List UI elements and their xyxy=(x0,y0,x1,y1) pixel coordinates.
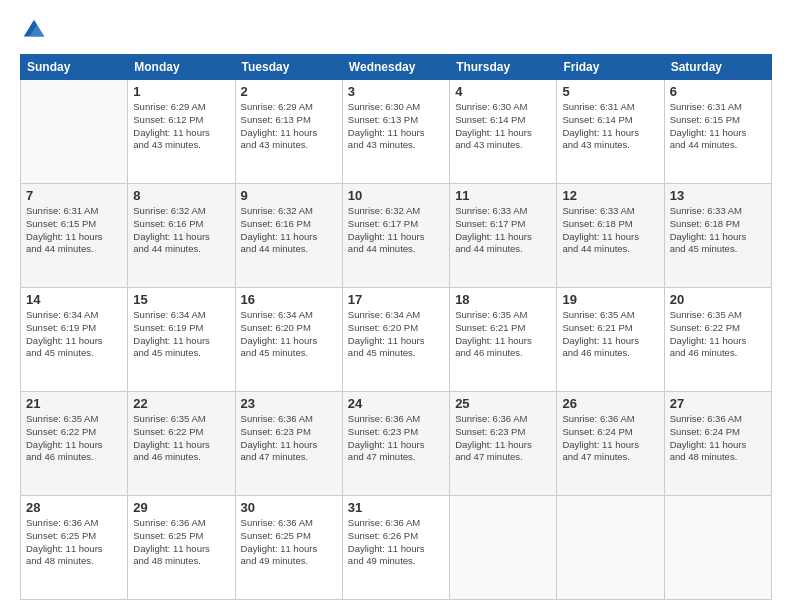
calendar-cell: 5Sunrise: 6:31 AM Sunset: 6:14 PM Daylig… xyxy=(557,80,664,184)
day-number: 6 xyxy=(670,84,766,99)
calendar-cell: 9Sunrise: 6:32 AM Sunset: 6:16 PM Daylig… xyxy=(235,184,342,288)
day-info: Sunrise: 6:36 AM Sunset: 6:23 PM Dayligh… xyxy=(348,413,444,464)
day-header: Sunday xyxy=(21,55,128,80)
day-header: Monday xyxy=(128,55,235,80)
header xyxy=(20,16,772,44)
calendar-cell: 23Sunrise: 6:36 AM Sunset: 6:23 PM Dayli… xyxy=(235,392,342,496)
day-info: Sunrise: 6:29 AM Sunset: 6:13 PM Dayligh… xyxy=(241,101,337,152)
calendar-cell xyxy=(557,496,664,600)
day-number: 23 xyxy=(241,396,337,411)
calendar-cell: 28Sunrise: 6:36 AM Sunset: 6:25 PM Dayli… xyxy=(21,496,128,600)
day-header: Saturday xyxy=(664,55,771,80)
day-info: Sunrise: 6:36 AM Sunset: 6:25 PM Dayligh… xyxy=(26,517,122,568)
day-info: Sunrise: 6:33 AM Sunset: 6:17 PM Dayligh… xyxy=(455,205,551,256)
day-info: Sunrise: 6:29 AM Sunset: 6:12 PM Dayligh… xyxy=(133,101,229,152)
day-number: 10 xyxy=(348,188,444,203)
day-info: Sunrise: 6:31 AM Sunset: 6:15 PM Dayligh… xyxy=(26,205,122,256)
calendar-cell: 7Sunrise: 6:31 AM Sunset: 6:15 PM Daylig… xyxy=(21,184,128,288)
day-number: 19 xyxy=(562,292,658,307)
day-info: Sunrise: 6:30 AM Sunset: 6:14 PM Dayligh… xyxy=(455,101,551,152)
day-info: Sunrise: 6:35 AM Sunset: 6:22 PM Dayligh… xyxy=(133,413,229,464)
day-number: 22 xyxy=(133,396,229,411)
calendar-cell xyxy=(450,496,557,600)
calendar-cell: 13Sunrise: 6:33 AM Sunset: 6:18 PM Dayli… xyxy=(664,184,771,288)
calendar-cell: 25Sunrise: 6:36 AM Sunset: 6:23 PM Dayli… xyxy=(450,392,557,496)
day-info: Sunrise: 6:33 AM Sunset: 6:18 PM Dayligh… xyxy=(670,205,766,256)
day-number: 30 xyxy=(241,500,337,515)
calendar-cell: 4Sunrise: 6:30 AM Sunset: 6:14 PM Daylig… xyxy=(450,80,557,184)
logo-icon xyxy=(20,16,48,44)
day-number: 15 xyxy=(133,292,229,307)
day-info: Sunrise: 6:34 AM Sunset: 6:19 PM Dayligh… xyxy=(26,309,122,360)
calendar-cell xyxy=(664,496,771,600)
day-number: 17 xyxy=(348,292,444,307)
calendar-cell: 12Sunrise: 6:33 AM Sunset: 6:18 PM Dayli… xyxy=(557,184,664,288)
day-number: 2 xyxy=(241,84,337,99)
calendar-table: SundayMondayTuesdayWednesdayThursdayFrid… xyxy=(20,54,772,600)
calendar-cell: 30Sunrise: 6:36 AM Sunset: 6:25 PM Dayli… xyxy=(235,496,342,600)
day-number: 4 xyxy=(455,84,551,99)
day-info: Sunrise: 6:36 AM Sunset: 6:26 PM Dayligh… xyxy=(348,517,444,568)
day-number: 16 xyxy=(241,292,337,307)
calendar-cell: 2Sunrise: 6:29 AM Sunset: 6:13 PM Daylig… xyxy=(235,80,342,184)
day-info: Sunrise: 6:35 AM Sunset: 6:21 PM Dayligh… xyxy=(562,309,658,360)
day-number: 18 xyxy=(455,292,551,307)
day-info: Sunrise: 6:31 AM Sunset: 6:15 PM Dayligh… xyxy=(670,101,766,152)
page: SundayMondayTuesdayWednesdayThursdayFrid… xyxy=(0,0,792,612)
day-info: Sunrise: 6:36 AM Sunset: 6:25 PM Dayligh… xyxy=(133,517,229,568)
calendar-cell: 21Sunrise: 6:35 AM Sunset: 6:22 PM Dayli… xyxy=(21,392,128,496)
day-number: 8 xyxy=(133,188,229,203)
calendar-cell: 14Sunrise: 6:34 AM Sunset: 6:19 PM Dayli… xyxy=(21,288,128,392)
day-info: Sunrise: 6:36 AM Sunset: 6:25 PM Dayligh… xyxy=(241,517,337,568)
day-info: Sunrise: 6:36 AM Sunset: 6:23 PM Dayligh… xyxy=(241,413,337,464)
day-number: 24 xyxy=(348,396,444,411)
day-number: 7 xyxy=(26,188,122,203)
day-number: 25 xyxy=(455,396,551,411)
calendar-cell: 26Sunrise: 6:36 AM Sunset: 6:24 PM Dayli… xyxy=(557,392,664,496)
calendar-cell: 27Sunrise: 6:36 AM Sunset: 6:24 PM Dayli… xyxy=(664,392,771,496)
calendar-cell: 1Sunrise: 6:29 AM Sunset: 6:12 PM Daylig… xyxy=(128,80,235,184)
calendar-cell: 16Sunrise: 6:34 AM Sunset: 6:20 PM Dayli… xyxy=(235,288,342,392)
day-number: 20 xyxy=(670,292,766,307)
day-info: Sunrise: 6:34 AM Sunset: 6:20 PM Dayligh… xyxy=(348,309,444,360)
day-header: Thursday xyxy=(450,55,557,80)
calendar-cell: 22Sunrise: 6:35 AM Sunset: 6:22 PM Dayli… xyxy=(128,392,235,496)
logo xyxy=(20,16,52,44)
day-number: 3 xyxy=(348,84,444,99)
calendar-cell: 24Sunrise: 6:36 AM Sunset: 6:23 PM Dayli… xyxy=(342,392,449,496)
day-info: Sunrise: 6:36 AM Sunset: 6:24 PM Dayligh… xyxy=(670,413,766,464)
day-number: 11 xyxy=(455,188,551,203)
day-header: Friday xyxy=(557,55,664,80)
day-info: Sunrise: 6:36 AM Sunset: 6:24 PM Dayligh… xyxy=(562,413,658,464)
day-number: 26 xyxy=(562,396,658,411)
day-number: 21 xyxy=(26,396,122,411)
calendar-cell: 17Sunrise: 6:34 AM Sunset: 6:20 PM Dayli… xyxy=(342,288,449,392)
calendar-cell: 29Sunrise: 6:36 AM Sunset: 6:25 PM Dayli… xyxy=(128,496,235,600)
day-number: 13 xyxy=(670,188,766,203)
day-info: Sunrise: 6:32 AM Sunset: 6:16 PM Dayligh… xyxy=(133,205,229,256)
day-info: Sunrise: 6:32 AM Sunset: 6:17 PM Dayligh… xyxy=(348,205,444,256)
day-info: Sunrise: 6:32 AM Sunset: 6:16 PM Dayligh… xyxy=(241,205,337,256)
calendar-cell: 20Sunrise: 6:35 AM Sunset: 6:22 PM Dayli… xyxy=(664,288,771,392)
day-number: 5 xyxy=(562,84,658,99)
day-header: Tuesday xyxy=(235,55,342,80)
day-header: Wednesday xyxy=(342,55,449,80)
calendar-cell xyxy=(21,80,128,184)
day-number: 14 xyxy=(26,292,122,307)
calendar-cell: 8Sunrise: 6:32 AM Sunset: 6:16 PM Daylig… xyxy=(128,184,235,288)
day-info: Sunrise: 6:36 AM Sunset: 6:23 PM Dayligh… xyxy=(455,413,551,464)
day-info: Sunrise: 6:34 AM Sunset: 6:20 PM Dayligh… xyxy=(241,309,337,360)
day-number: 27 xyxy=(670,396,766,411)
calendar-cell: 18Sunrise: 6:35 AM Sunset: 6:21 PM Dayli… xyxy=(450,288,557,392)
calendar-cell: 10Sunrise: 6:32 AM Sunset: 6:17 PM Dayli… xyxy=(342,184,449,288)
day-number: 1 xyxy=(133,84,229,99)
day-info: Sunrise: 6:31 AM Sunset: 6:14 PM Dayligh… xyxy=(562,101,658,152)
day-number: 9 xyxy=(241,188,337,203)
calendar-cell: 3Sunrise: 6:30 AM Sunset: 6:13 PM Daylig… xyxy=(342,80,449,184)
day-number: 12 xyxy=(562,188,658,203)
day-info: Sunrise: 6:30 AM Sunset: 6:13 PM Dayligh… xyxy=(348,101,444,152)
calendar-cell: 15Sunrise: 6:34 AM Sunset: 6:19 PM Dayli… xyxy=(128,288,235,392)
day-info: Sunrise: 6:34 AM Sunset: 6:19 PM Dayligh… xyxy=(133,309,229,360)
day-number: 29 xyxy=(133,500,229,515)
day-number: 28 xyxy=(26,500,122,515)
